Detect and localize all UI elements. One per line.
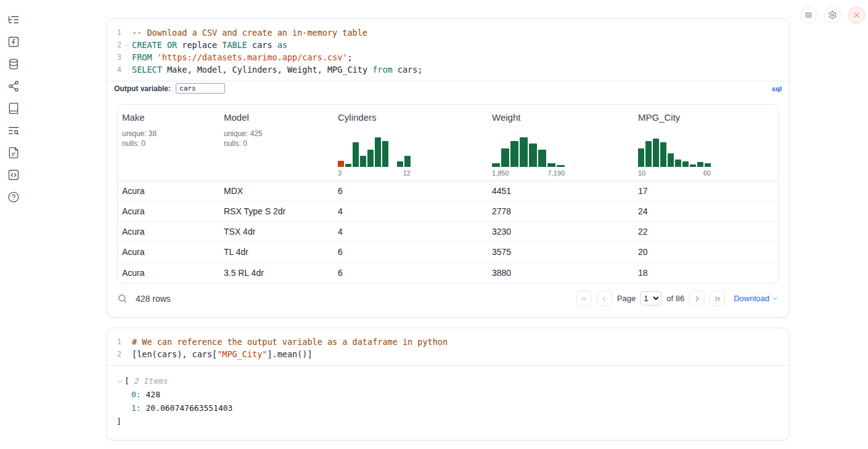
code-line: 2CREATE OR replace TABLE cars as	[107, 39, 789, 51]
output-tree: [ 2 Items 0: 4281: 20.060747663551403 ]	[107, 366, 789, 440]
hist-bar[interactable]	[520, 137, 528, 167]
table-row: AcuraTL 4dr6357520	[118, 242, 778, 262]
column-stats: unique: 38nulls: 0	[122, 129, 219, 148]
file-tree-icon[interactable]	[7, 14, 20, 26]
functions-icon[interactable]	[7, 36, 20, 48]
hist-bar[interactable]	[404, 156, 411, 167]
hist-bar[interactable]	[529, 144, 537, 167]
search-list-icon[interactable]	[7, 124, 20, 137]
output-variable-label: Output variable:	[114, 84, 171, 93]
data-table: Makeunique: 38nulls: 0Modelunique: 425nu…	[117, 104, 779, 283]
tree-value: 20.060747663551403	[141, 403, 233, 413]
notebook: 1-- Download a CSV and create an in-memo…	[106, 0, 790, 440]
table-cell: 4	[334, 206, 488, 216]
help-icon[interactable]	[7, 191, 20, 203]
hist-bar[interactable]	[510, 141, 518, 167]
menu-button[interactable]	[800, 7, 817, 23]
table-cell: 24	[634, 206, 778, 216]
close-icon	[852, 10, 861, 20]
close-button[interactable]	[848, 7, 865, 23]
hist-bar[interactable]	[375, 137, 381, 167]
search-icon[interactable]	[117, 293, 128, 304]
page-label: Page	[617, 294, 636, 303]
hist-bar[interactable]	[397, 161, 403, 167]
settings-button[interactable]	[824, 7, 841, 23]
column-header-model[interactable]: Modelunique: 425nulls: 0	[219, 105, 334, 180]
hist-bar[interactable]	[690, 164, 696, 167]
prev-page-button[interactable]	[597, 291, 612, 306]
first-page-button[interactable]	[576, 291, 592, 306]
tree-entries: 0: 4281: 20.060747663551403	[117, 388, 779, 415]
output-variable-input[interactable]	[176, 83, 225, 94]
database-icon[interactable]	[7, 58, 20, 70]
table-cell: TSX 4dr	[219, 227, 334, 237]
column-header-mpg_city[interactable]: MPG_City1060	[634, 105, 778, 180]
hist-bar[interactable]	[538, 150, 546, 167]
table-header: Makeunique: 38nulls: 0Modelunique: 425nu…	[118, 105, 778, 181]
table-cell: 3.5 RL 4dr	[219, 268, 334, 278]
fold-gutter	[121, 51, 132, 63]
table-cell: 6	[334, 186, 488, 196]
column-header-cylinders[interactable]: Cylinders312	[334, 105, 488, 180]
hist-bar[interactable]	[345, 164, 351, 167]
close-bracket: ]	[117, 415, 779, 429]
hist-bar[interactable]	[338, 161, 344, 167]
code-line: 2[len(cars), cars["MPG_City"].mean()]	[107, 348, 789, 360]
download-label: Download	[734, 294, 769, 303]
notebook-icon[interactable]	[7, 102, 20, 115]
table-cell: 20	[634, 247, 778, 257]
code-line: 4SELECT Make, Model, Cylinders, Weight, …	[107, 63, 789, 76]
hist-bar[interactable]	[682, 161, 689, 167]
next-page-button[interactable]	[689, 291, 705, 306]
hist-bar[interactable]	[547, 163, 555, 167]
hist-axis: 312	[338, 169, 411, 177]
line-number: 1	[107, 336, 121, 348]
python-code-editor[interactable]: 1# We can reference the output variable …	[107, 328, 789, 366]
hist-bar[interactable]	[557, 165, 565, 167]
last-page-button[interactable]	[710, 291, 725, 306]
sql-code-editor[interactable]: 1-- Download a CSV and create an in-memo…	[107, 19, 789, 81]
code-text: CREATE OR replace TABLE cars as	[132, 39, 287, 51]
column-label: Model	[224, 112, 334, 123]
table-cell: Acura	[118, 186, 219, 196]
open-bracket: [	[125, 374, 129, 388]
hist-bar[interactable]	[492, 163, 500, 167]
column-label: Weight	[492, 112, 634, 123]
hist-bar[interactable]	[645, 141, 652, 167]
hist-bar[interactable]	[501, 148, 509, 167]
table-body: AcuraMDX6445117AcuraRSX Type S 2dr427782…	[118, 181, 778, 283]
hist-axis: 1,8507,190	[492, 169, 565, 177]
hist-bar[interactable]	[653, 139, 659, 167]
chevron-down-icon	[771, 295, 779, 302]
column-header-weight[interactable]: Weight1,8507,190	[488, 105, 634, 180]
collapse-toggle-icon[interactable]	[117, 378, 123, 385]
hist-bar[interactable]	[353, 142, 359, 167]
hist-bar[interactable]	[660, 142, 666, 167]
snippets-icon[interactable]	[7, 169, 20, 181]
line-number: 4	[107, 63, 121, 76]
hist-bar[interactable]	[382, 141, 388, 167]
download-button[interactable]: Download	[734, 294, 779, 303]
menu-icon	[804, 10, 813, 20]
tree-root-line: [ 2 Items	[117, 374, 779, 388]
hist-bar[interactable]	[705, 163, 711, 167]
page-select[interactable]: 1	[641, 291, 661, 305]
table-cell: 4451	[488, 186, 634, 196]
hist-bar[interactable]	[668, 153, 674, 167]
hist-bar[interactable]	[697, 162, 703, 167]
table-cell: Acura	[118, 268, 219, 278]
column-header-make[interactable]: Makeunique: 38nulls: 0	[118, 105, 219, 180]
line-number: 2	[107, 39, 121, 51]
hist-axis: 1060	[638, 169, 711, 177]
fold-toggle-icon[interactable]	[121, 39, 132, 51]
table-cell: Acura	[118, 247, 219, 257]
hist-bar[interactable]	[360, 156, 366, 167]
hist-bar[interactable]	[638, 148, 644, 167]
dependency-graph-icon[interactable]	[7, 80, 20, 92]
hist-bar[interactable]	[675, 160, 681, 167]
table-cell: 17	[634, 186, 778, 196]
line-number: 1	[107, 26, 121, 39]
hist-bar[interactable]	[367, 150, 374, 167]
table-cell: MDX	[219, 186, 334, 196]
document-icon[interactable]	[7, 147, 20, 159]
